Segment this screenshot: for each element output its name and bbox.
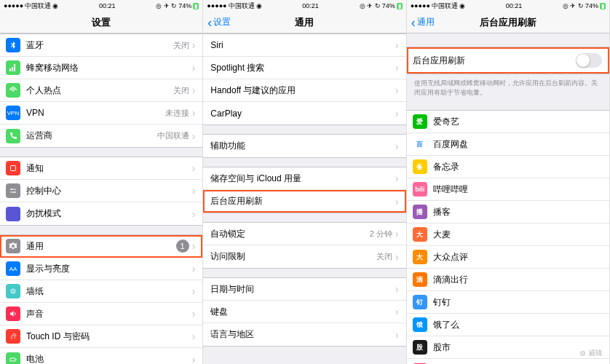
settings-row[interactable]: 键盘› <box>203 301 405 323</box>
app-label: 饿了么 <box>433 319 602 331</box>
row-label: 后台应用刷新 <box>210 195 395 207</box>
app-icon: 爱 <box>413 114 427 129</box>
touchid-icon <box>6 329 20 344</box>
row-label: 自动锁定 <box>210 228 369 240</box>
settings-row[interactable]: 蜂窝移动网络› <box>0 57 202 79</box>
settings-row[interactable]: 控制中心› <box>0 180 202 202</box>
notif-icon <box>6 161 20 175</box>
app-label: 大麦 <box>433 229 602 241</box>
chevron-right-icon: › <box>192 84 196 96</box>
app-row[interactable]: 播播客 <box>407 201 609 223</box>
settings-row[interactable]: Touch ID 与密码› <box>0 325 202 348</box>
svg-rect-7 <box>16 359 17 360</box>
app-icon: 百 <box>413 137 427 151</box>
settings-row[interactable]: 运营商中国联通› <box>0 124 202 147</box>
control-icon <box>6 183 20 198</box>
app-icon: bili <box>413 182 427 197</box>
app-label: 钉钉 <box>433 296 602 309</box>
app-row[interactable]: 备备忘录 <box>407 156 609 178</box>
settings-row[interactable]: AA显示与亮度› <box>0 258 202 280</box>
navbar: 通用 后台应用刷新 <box>407 12 609 33</box>
app-label: 爱奇艺 <box>433 116 602 128</box>
app-row[interactable]: 爱爱奇艺 <box>407 111 609 133</box>
settings-row[interactable]: 后台应用刷新› <box>203 190 405 213</box>
settings-row[interactable]: 蓝牙关闭› <box>0 34 202 57</box>
settings-row[interactable]: 语言与地区› <box>203 323 405 346</box>
status-bar: ●●●●●中国联通◉ 00:21 ◎ ✈ ↻74%▮ <box>203 0 405 12</box>
row-label: Siri <box>210 40 395 50</box>
bluetooth-icon <box>6 38 20 52</box>
watermark: ⚙ 威锋 <box>579 348 603 358</box>
app-icon: 大 <box>413 250 427 264</box>
app-icon: 备 <box>413 159 427 174</box>
app-row[interactable]: 饿饿了么 <box>407 314 609 336</box>
row-label: CarPlay <box>210 108 395 119</box>
app-row[interactable]: 大大众点评 <box>407 246 609 269</box>
background-refresh-screen: ●●●●●中国联通◉ 00:21 ◎ ✈ ↻74%▮ 通用 后台应用刷新 后台应… <box>407 0 610 364</box>
back-button[interactable]: 通用 <box>411 16 435 29</box>
app-label: 百度网盘 <box>433 138 602 151</box>
settings-row[interactable]: 通用1› <box>0 235 202 258</box>
app-label: 播客 <box>433 206 602 218</box>
page-title: 设置 <box>92 16 111 29</box>
app-row[interactable]: bili哔哩哔哩 <box>407 178 609 201</box>
app-row[interactable]: 大大麦 <box>407 223 609 246</box>
settings-row[interactable]: 辅助功能› <box>203 135 405 157</box>
dnd-icon <box>6 207 20 221</box>
chevron-right-icon: › <box>192 263 196 274</box>
chevron-right-icon: › <box>395 84 399 96</box>
settings-row[interactable]: 日期与时间› <box>203 278 405 301</box>
settings-row[interactable]: CarPlay› <box>203 102 405 124</box>
settings-row[interactable]: 储存空间与 iCloud 用量› <box>203 167 405 190</box>
app-row[interactable]: 滴滴滴出行 <box>407 269 609 291</box>
app-icon: 滴 <box>413 272 427 287</box>
app-icon: 饿 <box>413 317 427 332</box>
settings-row[interactable]: Siri› <box>203 34 405 57</box>
app-label: 滴滴出行 <box>433 274 602 286</box>
chevron-right-icon: › <box>192 285 196 297</box>
app-row[interactable]: 韩剧韩剧TV <box>407 359 609 364</box>
row-label: 通用 <box>26 240 176 253</box>
settings-row[interactable]: VPNVPN未连接› <box>0 102 202 124</box>
chevron-right-icon: › <box>395 39 399 51</box>
app-row[interactable]: 百百度网盘 <box>407 133 609 156</box>
display-icon: AA <box>6 261 20 276</box>
settings-row[interactable]: 自动锁定2 分钟› <box>203 223 405 245</box>
back-button[interactable]: 设置 <box>207 16 231 29</box>
app-icon: 股 <box>413 340 427 355</box>
settings-row[interactable]: Handoff 与建议的应用› <box>203 79 405 102</box>
row-label: 个人热点 <box>26 84 173 97</box>
master-toggle-row[interactable]: 后台应用刷新 <box>407 47 609 74</box>
row-label: 后台应用刷新 <box>413 55 576 67</box>
chevron-right-icon: › <box>192 354 196 365</box>
row-label: 墙纸 <box>26 285 192 298</box>
chevron-right-icon: › <box>192 240 196 252</box>
settings-row[interactable]: 墙纸› <box>0 280 202 303</box>
app-label: 大众点评 <box>433 251 602 264</box>
settings-row[interactable]: Spotlight 搜索› <box>203 57 405 79</box>
row-label: 勿扰模式 <box>26 207 192 220</box>
settings-row[interactable]: 勿扰模式› <box>0 202 202 225</box>
gear-icon <box>6 239 20 253</box>
row-label: 访问限制 <box>210 250 376 263</box>
row-label: 蓝牙 <box>26 39 173 52</box>
wallpaper-icon <box>6 284 20 298</box>
settings-row[interactable]: 个人热点关闭› <box>0 79 202 102</box>
chevron-right-icon: › <box>395 228 399 240</box>
app-row[interactable]: 钉钉钉 <box>407 291 609 314</box>
chevron-right-icon: › <box>192 331 196 342</box>
settings-row[interactable]: 声音› <box>0 303 202 325</box>
settings-row[interactable]: 电池› <box>0 348 202 364</box>
row-label: 辅助功能 <box>210 140 395 152</box>
status-bar: ●●●●●中国联通◉ 00:21 ◎ ✈ ↻74%▮ <box>407 0 609 12</box>
settings-row[interactable]: 通知› <box>0 157 202 180</box>
row-detail: 2 分钟 <box>370 229 392 240</box>
settings-row[interactable]: 访问限制关闭› <box>203 245 405 268</box>
row-label: 键盘 <box>210 306 395 318</box>
row-label: 声音 <box>26 308 192 320</box>
row-detail: 关闭 <box>173 40 189 51</box>
toggle-switch[interactable] <box>576 53 602 68</box>
general-screen: ●●●●●中国联通◉ 00:21 ◎ ✈ ↻74%▮ 设置 通用 Siri›Sp… <box>203 0 406 364</box>
row-detail: 中国联通 <box>157 130 189 141</box>
navbar: 设置 通用 <box>203 12 405 33</box>
